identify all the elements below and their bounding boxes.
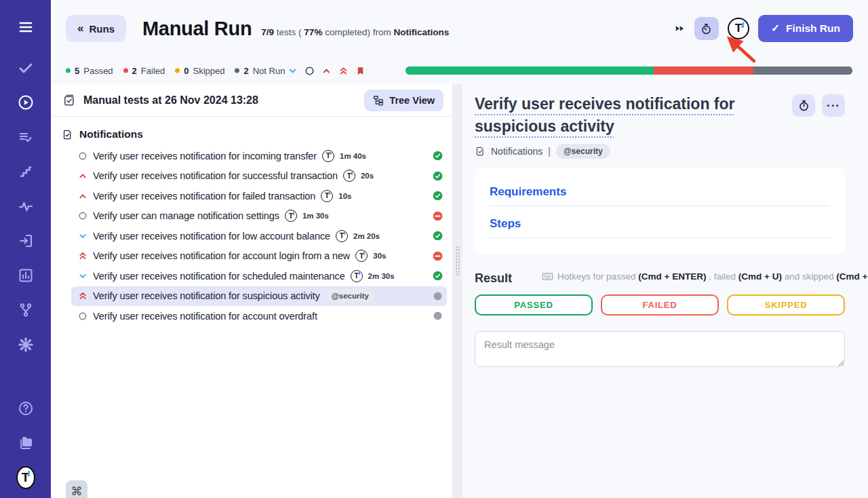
count-passed: 5Passed [66, 66, 113, 76]
test-title: Verify user receives notification for ac… [93, 311, 317, 322]
testomat-icon: T [285, 210, 297, 222]
section-requirements[interactable]: Requirements [490, 185, 830, 206]
test-plans-list-check-icon[interactable] [16, 128, 35, 147]
test-duration: 2m 30s [368, 272, 395, 280]
status-passed-icon [433, 151, 443, 161]
verdict-buttons: PASSEDFAILEDSKIPPED [475, 294, 845, 315]
branches-icon[interactable] [16, 301, 35, 320]
settings-gear-icon[interactable] [16, 335, 35, 354]
status-not-run-icon [433, 291, 443, 301]
test-title: Verify user receives notification for sc… [93, 271, 345, 282]
test-duration: 1m 30s [302, 212, 329, 220]
test-row[interactable]: Verify user receives notification for su… [71, 166, 447, 187]
menu-icon[interactable] [16, 18, 35, 37]
filter-low-priority-icon[interactable] [287, 65, 298, 76]
result-heading: Result [475, 271, 512, 286]
projects-folder-icon[interactable] [16, 434, 35, 453]
progress-segment-failed [654, 66, 753, 75]
failed-button[interactable]: FAILED [601, 294, 719, 315]
page-title: Manual Run [142, 18, 252, 40]
back-chevron-icon: « [77, 22, 83, 35]
test-row[interactable]: Verify user receives notification for ac… [71, 246, 447, 267]
more-options-button[interactable]: ··· [822, 94, 845, 117]
skipped-button[interactable]: SKIPPED [727, 294, 845, 315]
run-title: Manual tests at 26 Nov 2024 13:28 [83, 94, 258, 107]
steps-icon[interactable] [16, 162, 35, 181]
folder-row-notifications[interactable]: Notifications [51, 126, 452, 146]
tree-view-button[interactable]: Tree View [364, 90, 443, 111]
progress-bar [406, 66, 852, 75]
progress-segment-passed [406, 66, 654, 75]
document-check-icon [475, 146, 486, 157]
status-failed-icon [433, 211, 443, 221]
test-row[interactable]: Verify user receives notification for lo… [71, 226, 447, 246]
analytics-bar-chart-icon[interactable] [16, 266, 35, 285]
count-failed: 2Failed [123, 66, 165, 76]
test-row[interactable]: Verify user receives notification for ac… [71, 306, 447, 326]
status-not-run-icon [433, 311, 443, 321]
test-title: Verify user receives notification for fa… [93, 191, 315, 202]
import-icon[interactable] [16, 231, 35, 250]
test-title: Verify user receives notification for ac… [93, 250, 350, 261]
test-title: Verify user receives notification for lo… [93, 231, 330, 242]
priority-critical-icon [78, 291, 87, 301]
test-duration: 30s [373, 252, 386, 260]
detail-timer-button[interactable] [792, 94, 815, 117]
test-row[interactable]: Verify user can manage notification sett… [71, 206, 447, 227]
sidebar: T [0, 0, 51, 498]
filter-normal-priority-icon[interactable] [304, 65, 315, 76]
back-to-runs-button[interactable]: « Runs [66, 15, 126, 42]
priority-high-icon [78, 191, 87, 201]
finish-run-button[interactable]: ✓ Finish Run [758, 15, 853, 42]
tests-check-icon[interactable] [16, 58, 35, 77]
filter-high-priority-icon[interactable] [321, 65, 332, 76]
detail-meta: Notifications | @security [475, 144, 845, 159]
hotkeys-command-button[interactable]: ⌘ [66, 480, 87, 498]
filter-bookmark-icon[interactable] [355, 65, 366, 76]
status-dot-icon [123, 69, 128, 73]
count-not-run: 2Not Run [235, 66, 285, 76]
section-steps[interactable]: Steps [490, 217, 830, 238]
test-tag-badge: @security [326, 290, 375, 302]
topbar: « Runs Manual Run 7/9 tests ( 77% comple… [51, 0, 868, 57]
panel-splitter[interactable] [453, 84, 462, 498]
test-row[interactable]: Verify user receives notification for su… [71, 286, 447, 307]
timer-button[interactable] [694, 17, 719, 40]
back-label: Runs [89, 23, 115, 35]
fast-forward-icon[interactable] [673, 22, 686, 35]
content: Manual tests at 26 Nov 2024 13:28 Tree V… [51, 84, 868, 498]
splitter-grip-icon [456, 246, 460, 277]
status-bar: 5Passed2Failed0Skipped2Not Run [51, 57, 868, 84]
filter-critical-priority-icon[interactable] [338, 65, 349, 76]
run-checklist-icon [62, 94, 76, 107]
test-duration: 2m 20s [353, 232, 380, 240]
pulse-icon[interactable] [16, 197, 35, 216]
run-tests-panel: Manual tests at 26 Nov 2024 13:28 Tree V… [51, 84, 453, 498]
priority-normal-icon [78, 311, 87, 321]
help-icon[interactable] [16, 399, 35, 418]
test-duration: 20s [361, 172, 374, 180]
check-icon: ✓ [771, 22, 780, 35]
status-dot-icon [235, 69, 239, 73]
test-duration: 1m 40s [340, 152, 366, 160]
test-row[interactable]: Verify user receives notification for in… [71, 146, 447, 166]
result-message-input[interactable] [475, 331, 845, 367]
test-title: Verify user receives notification for su… [93, 290, 320, 301]
status-passed-icon [433, 271, 443, 281]
run-panel-header: Manual tests at 26 Nov 2024 13:28 Tree V… [51, 84, 452, 117]
passed-button[interactable]: PASSED [475, 294, 593, 315]
status-passed-icon [433, 191, 443, 201]
runs-play-circle-icon[interactable] [16, 93, 35, 112]
test-row[interactable]: Verify user receives notification for sc… [71, 266, 447, 286]
detail-card: Requirements Steps [475, 168, 845, 254]
priority-low-icon [78, 271, 87, 281]
testomat-icon: T [322, 150, 334, 162]
app-logo[interactable]: T [16, 468, 35, 487]
tree-view-label: Tree View [389, 95, 435, 106]
test-rows: Verify user receives notification for in… [51, 146, 452, 326]
title-group: Manual Run 7/9 tests ( 77% completed) fr… [142, 18, 449, 40]
breadcrumb-separator: | [548, 146, 551, 157]
test-row[interactable]: Verify user receives notification for fa… [71, 186, 447, 206]
document-check-icon [62, 129, 73, 140]
result-counts: 5Passed2Failed0Skipped2Not Run [66, 66, 285, 76]
